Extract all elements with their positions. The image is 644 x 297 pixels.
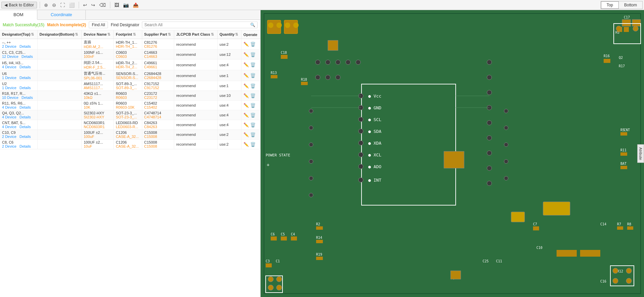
svg-text:R19: R19 [316,253,322,256]
erase-button[interactable]: ⌫ [98,2,107,8]
svg-text:C5: C5 [281,232,285,236]
details-link[interactable]: Details [20,44,31,48]
edit-icon[interactable]: ✏️ [243,42,249,47]
find-all-button[interactable]: Find All [89,22,108,28]
supplier-part-cell: C23172 C23172 [142,91,174,101]
delete-icon[interactable]: 🗑️ [250,52,256,57]
delete-icon[interactable]: 🗑️ [250,132,256,137]
search-icon[interactable]: 🔍 [250,23,255,27]
designator-top-cell: U6 1 Device Details [0,70,37,81]
svg-rect-125 [543,202,570,215]
device-count-link[interactable]: 1 Device [2,76,16,80]
edit-icon[interactable]: ✏️ [243,52,249,57]
svg-rect-10 [622,20,631,26]
footprint-cell: C0603 C0603 [114,50,142,60]
edit-icon[interactable]: ✏️ [243,132,249,137]
delete-icon[interactable]: 🗑️ [250,113,256,118]
device-count-link[interactable]: 4 Device [2,115,16,119]
edit-icon[interactable]: ✏️ [243,62,249,67]
svg-text:+: + [267,162,269,168]
designator-bottom-cell [37,81,81,91]
tab-bom[interactable]: BOM [0,10,37,20]
zoom-in-button[interactable]: ⊕ [43,2,49,8]
tab-coordinate[interactable]: Coordinate [37,10,86,20]
svg-point-37 [358,129,363,134]
designator-bottom-cell [37,130,81,140]
delete-icon[interactable]: 🗑️ [250,62,256,67]
edit-icon[interactable]: ✏️ [243,83,249,88]
device-count-link[interactable]: 10 Device [2,96,18,100]
table-row: R18, R17, R... 10 Device Details 43KΩ ±1… [0,91,260,101]
edit-icon[interactable]: ✏️ [243,93,249,98]
supplier-part-cell: C84263 C84263 [142,120,174,130]
svg-text:C10: C10 [536,246,542,250]
details-link[interactable]: Details [20,115,31,119]
details-link[interactable]: Details [20,65,31,69]
svg-point-119 [309,193,313,197]
device-count-link[interactable]: 2 Device [2,44,16,48]
redo-button[interactable]: ↪ [90,2,97,8]
match-incomplete-badge[interactable]: Match Incomplete(2) [47,23,86,27]
attribute-tab[interactable]: Atribute [637,144,644,163]
details-link[interactable]: Details [22,96,33,100]
delete-icon[interactable]: 🗑️ [250,83,256,88]
designator-bottom-cell [37,110,81,120]
delete-icon[interactable]: 🗑️ [250,103,256,108]
svg-point-135 [276,285,282,290]
pcb-canvas[interactable]: Q3 C17 H3 R16 Q2 R17 C18 [261,10,644,297]
back-to-editor-button[interactable]: ◀ Back to Editor [1,2,37,8]
edit-icon[interactable]: ✏️ [243,122,249,127]
zoom-out-button[interactable]: ⊖ [51,2,58,8]
export-button[interactable]: 📤 [131,2,140,8]
edit-icon[interactable]: ✏️ [243,113,249,118]
details-link[interactable]: Details [20,125,31,129]
details-link[interactable]: Details [20,105,31,109]
device-count-link[interactable]: 1 Device [2,86,16,90]
match-success-badge[interactable]: Match Successfully(15) [3,23,44,27]
device-count-link[interactable]: 4 Device [2,65,16,69]
delete-icon[interactable]: 🗑️ [250,142,256,147]
bottom-view-button[interactable]: Bottom [619,1,642,9]
svg-text:R2: R2 [316,222,320,226]
svg-point-47 [356,60,361,65]
edit-icon[interactable]: ✏️ [243,103,249,108]
left-panel: BOM Coordinate Match Successfully(15) Ma… [0,10,261,297]
delete-icon[interactable]: 🗑️ [250,122,256,127]
quantity-cell: use:4 [217,101,241,110]
svg-rect-105 [451,271,461,279]
device-count-link[interactable]: 12 Device [2,54,18,59]
device-count-link[interactable]: 2 Device [2,135,16,139]
device-count-link[interactable]: 4 Device [2,105,16,109]
device-name-cell: 43KΩ ±1... 10kΩ [81,91,113,101]
svg-text:R16: R16 [604,54,610,58]
svg-point-49 [326,75,330,80]
actual-size-button[interactable]: ⬜ [68,2,76,8]
details-link[interactable]: Details [20,144,31,148]
edit-icon[interactable]: ✏️ [243,142,249,147]
device-name-cell: 100NF ±1... 100nF [81,50,113,60]
fit-view-button[interactable]: ⛶ [59,2,66,8]
photo-button[interactable]: 📷 [122,2,130,8]
details-link[interactable]: Details [20,76,31,80]
image-button[interactable]: 🖼 [113,2,120,8]
device-count-link[interactable]: 4 Device [2,125,16,129]
part-class-cell: recommend [174,130,217,140]
edit-icon[interactable]: ✏️ [243,73,249,78]
search-input[interactable] [144,23,250,27]
svg-point-109 [613,278,618,284]
svg-point-134 [268,285,273,290]
top-view-button[interactable]: Top [601,1,619,9]
svg-text:● INT: ● INT [368,178,381,183]
device-count-link[interactable]: 2 Device [2,144,16,148]
part-class-cell: recommend [174,101,217,110]
details-link[interactable]: Details [20,86,31,90]
undo-button[interactable]: ↩ [82,2,88,8]
svg-point-43 [315,60,320,65]
details-link[interactable]: Details [20,135,31,139]
operate-cell: ✏️ 🗑️ [241,130,260,140]
details-link[interactable]: Details [22,54,33,59]
delete-icon[interactable]: 🗑️ [250,93,256,98]
supplier-part-cell: C15008 C15008 [142,130,174,140]
delete-icon[interactable]: 🗑️ [250,73,256,78]
delete-icon[interactable]: 🗑️ [250,42,256,47]
